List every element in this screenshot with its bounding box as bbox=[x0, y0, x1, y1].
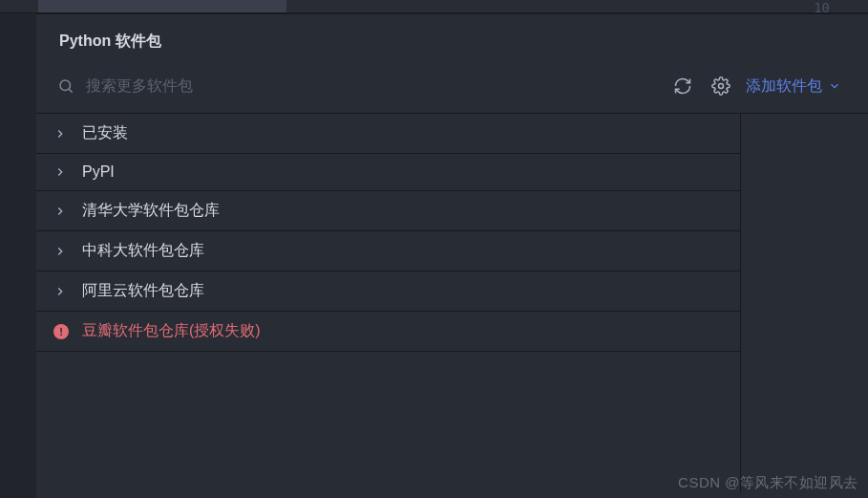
side-area bbox=[741, 114, 868, 492]
repo-item-1[interactable]: PyPI bbox=[36, 154, 740, 191]
svg-point-2 bbox=[719, 84, 724, 89]
repo-item-3[interactable]: 中科大软件包仓库 bbox=[36, 231, 740, 271]
search-input[interactable] bbox=[86, 77, 658, 95]
repo-list: 已安装PyPI清华大学软件包仓库中科大软件包仓库阿里云软件包仓库!豆瓣软件包仓库… bbox=[36, 114, 741, 492]
svg-point-0 bbox=[60, 80, 71, 91]
gear-icon[interactable] bbox=[708, 73, 734, 99]
repo-item-0[interactable]: 已安装 bbox=[36, 114, 740, 154]
repo-label: 已安装 bbox=[82, 123, 128, 143]
repo-item-2[interactable]: 清华大学软件包仓库 bbox=[36, 191, 740, 231]
error-icon: ! bbox=[53, 324, 69, 339]
watermark: CSDN @等风来不如迎风去 bbox=[678, 474, 858, 492]
left-gutter bbox=[0, 13, 36, 498]
add-package-link[interactable]: 添加软件包 bbox=[746, 76, 858, 97]
repo-item-4[interactable]: 阿里云软件包仓库 bbox=[36, 271, 740, 312]
editor-tab[interactable] bbox=[38, 0, 286, 12]
chevron-right-icon bbox=[53, 245, 69, 258]
packages-panel: Python 软件包 添加软件包 bbox=[36, 13, 868, 498]
chevron-right-icon bbox=[53, 285, 69, 298]
repo-label: 阿里云软件包仓库 bbox=[82, 281, 204, 301]
top-bar: 10 bbox=[0, 0, 868, 13]
repo-label: PyPI bbox=[82, 163, 115, 181]
content-area: 已安装PyPI清华大学软件包仓库中科大软件包仓库阿里云软件包仓库!豆瓣软件包仓库… bbox=[36, 114, 868, 492]
chevron-down-icon bbox=[828, 79, 841, 93]
chevron-right-icon bbox=[53, 205, 69, 218]
panel-title: Python 软件包 bbox=[36, 14, 868, 65]
repo-item-5[interactable]: !豆瓣软件包仓库(授权失败) bbox=[36, 312, 740, 352]
repo-label: 豆瓣软件包仓库(授权失败) bbox=[82, 321, 261, 341]
search-icon bbox=[57, 77, 74, 95]
search-row: 添加软件包 bbox=[36, 65, 868, 114]
repo-label: 清华大学软件包仓库 bbox=[82, 201, 220, 221]
refresh-icon[interactable] bbox=[669, 73, 696, 99]
repo-label: 中科大软件包仓库 bbox=[82, 241, 204, 261]
svg-line-1 bbox=[69, 89, 72, 92]
add-package-label: 添加软件包 bbox=[746, 76, 822, 97]
chevron-right-icon bbox=[53, 165, 69, 179]
chevron-right-icon bbox=[53, 127, 69, 141]
